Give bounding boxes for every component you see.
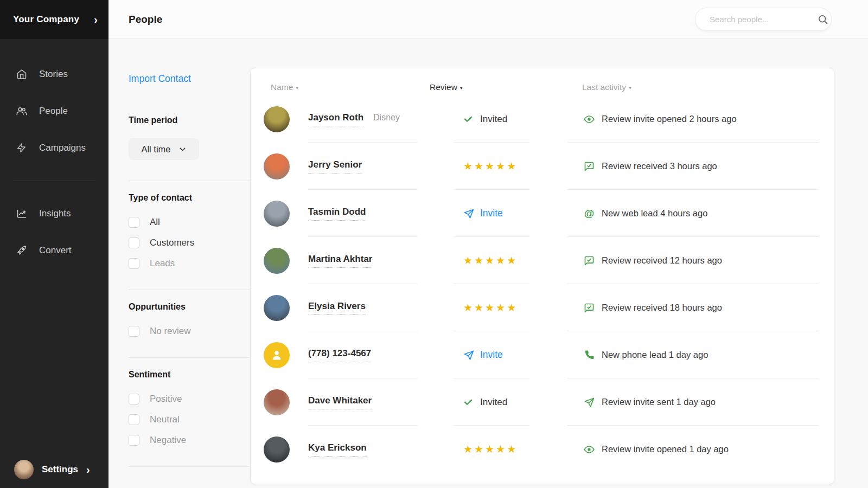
table-row[interactable]: (778) 123-4567 Invite New phone lead 1 d…	[251, 331, 834, 378]
sidebar-item-insights[interactable]: Insights	[0, 195, 108, 232]
search-input[interactable]	[710, 15, 818, 24]
user-avatar	[14, 460, 34, 479]
chevron-right-icon: ›	[94, 14, 98, 25]
column-header-review[interactable]: Review ▾	[430, 82, 463, 92]
activity-text: New phone lead 1 day ago	[602, 350, 708, 360]
star-rating: ★★★★★	[463, 160, 518, 172]
people-icon	[16, 106, 27, 117]
table-header: Name ▾ Review ▾ Last activity ▾	[251, 68, 834, 95]
table-row[interactable]: Martina Akhtar ★★★★★ Review received 12 …	[251, 237, 834, 284]
checkbox[interactable]	[129, 414, 139, 425]
filter-option-label: No review	[150, 326, 191, 337]
invite-button[interactable]: Invite	[463, 208, 503, 219]
row-divider	[251, 378, 834, 378]
row-divider	[251, 284, 834, 284]
checkbox[interactable]	[129, 258, 139, 269]
time-period-value: All time	[141, 144, 170, 155]
filter-option-positive[interactable]: Positive	[129, 394, 250, 404]
filter-section: Type of contact All Customers Leads	[129, 181, 250, 269]
table-row[interactable]: Dave Whitaker Invited Review invite sent…	[251, 378, 834, 426]
review-cell: ★★★★★	[454, 160, 584, 172]
filter-section: Sentiment Positive Neutral Negative	[129, 357, 250, 446]
time-period-select[interactable]: All time	[129, 138, 199, 160]
person-name[interactable]: Jayson Roth	[308, 112, 363, 126]
send-icon	[463, 208, 474, 219]
filter-option-label: Negative	[150, 435, 186, 446]
checkbox[interactable]	[129, 326, 139, 337]
checkbox[interactable]	[129, 435, 139, 446]
filter-option-neutral[interactable]: Neutral	[129, 414, 250, 425]
divider	[129, 466, 250, 467]
search-box[interactable]	[695, 8, 832, 31]
invited-status: Invited	[480, 397, 507, 408]
star-rating: ★★★★★	[463, 443, 518, 455]
person-icon-avatar	[264, 342, 290, 368]
column-header-name[interactable]: Name ▾	[271, 82, 298, 92]
review-cell: Invited	[454, 397, 584, 408]
review-received-icon	[584, 161, 595, 172]
filter-option-leads[interactable]: Leads	[129, 258, 250, 269]
sidebar-item-label: Stories	[39, 69, 68, 80]
avatar	[264, 106, 290, 132]
filter-option-label: Neutral	[150, 414, 180, 425]
time-period-heading: Time period	[129, 115, 250, 125]
activity-text: Review received 3 hours ago	[602, 161, 717, 171]
top-bar: People	[108, 0, 868, 39]
star-rating: ★★★★★	[463, 254, 518, 267]
invited-status: Invited	[480, 114, 507, 125]
row-divider	[251, 236, 834, 237]
review-cell: Invite	[454, 349, 584, 361]
sidebar-item-label: Convert	[39, 245, 72, 256]
person-name[interactable]: Kya Erickson	[308, 442, 367, 457]
phone-icon	[584, 350, 595, 361]
person-name[interactable]: Elysia Rivers	[308, 301, 366, 315]
sidebar-item-convert[interactable]: Convert	[0, 232, 108, 269]
activity-text: Review received 12 hours ago	[602, 255, 722, 266]
import-contact-link[interactable]: Import Contact	[129, 73, 191, 85]
person-name[interactable]: Dave Whitaker	[308, 395, 372, 409]
chevron-right-icon: ›	[86, 464, 90, 475]
check-icon	[463, 114, 473, 124]
person-name[interactable]: (778) 123-4567	[308, 348, 371, 362]
checkbox[interactable]	[129, 237, 139, 248]
review-cell: Invited	[454, 114, 584, 125]
sidebar-item-settings[interactable]: Settings ›	[0, 460, 108, 479]
table-row[interactable]: Kya Erickson ★★★★★ Review invite opened …	[251, 426, 834, 473]
sidebar-item-people[interactable]: People	[0, 93, 108, 130]
filter-option-no-review[interactable]: No review	[129, 326, 250, 337]
checkbox[interactable]	[129, 394, 139, 404]
filter-option-customers[interactable]: Customers	[129, 237, 250, 248]
filter-option-all[interactable]: All	[129, 217, 250, 228]
column-header-last-activity[interactable]: Last activity ▾	[582, 82, 631, 92]
table-row[interactable]: Jerry Senior ★★★★★ Review received 3 hou…	[251, 143, 834, 190]
avatar	[264, 201, 290, 227]
send-icon	[584, 397, 595, 408]
checkbox[interactable]	[129, 217, 139, 228]
review-received-icon	[584, 303, 595, 313]
sidebar-nav: Stories People Campaigns Insights Conver…	[0, 39, 108, 269]
divider	[129, 290, 250, 290]
filter-option-negative[interactable]: Negative	[129, 435, 250, 446]
table-row[interactable]: Jayson Roth Disney Invited Review invite…	[251, 95, 834, 143]
eye-icon	[584, 444, 595, 455]
person-name[interactable]: Jerry Senior	[308, 159, 362, 174]
person-name[interactable]: Tasmin Dodd	[308, 207, 366, 221]
sidebar-item-campaigns[interactable]: Campaigns	[0, 130, 108, 166]
insights-chart-icon	[16, 208, 27, 219]
sidebar-item-stories[interactable]: Stories	[0, 56, 108, 93]
chevron-down-icon	[178, 145, 187, 153]
sort-caret-icon: ▾	[629, 85, 631, 91]
check-icon	[463, 397, 473, 407]
search-icon[interactable]	[818, 14, 828, 25]
table-row[interactable]: Elysia Rivers ★★★★★ Review received 18 h…	[251, 284, 834, 331]
activity-text: New web lead 4 hours ago	[602, 208, 707, 219]
page-title: People	[129, 14, 162, 25]
filter-section-heading: Type of contact	[129, 193, 250, 203]
company-switcher[interactable]: Your Company ›	[0, 0, 108, 39]
row-divider	[251, 331, 834, 331]
people-table-card: Name ▾ Review ▾ Last activity ▾ Jayson R…	[250, 68, 834, 484]
person-name[interactable]: Martina Akhtar	[308, 254, 372, 268]
table-row[interactable]: Tasmin Dodd Invite @ New web lead 4 hour…	[251, 190, 834, 237]
invite-button[interactable]: Invite	[463, 349, 503, 361]
filter-option-label: Customers	[150, 237, 194, 248]
